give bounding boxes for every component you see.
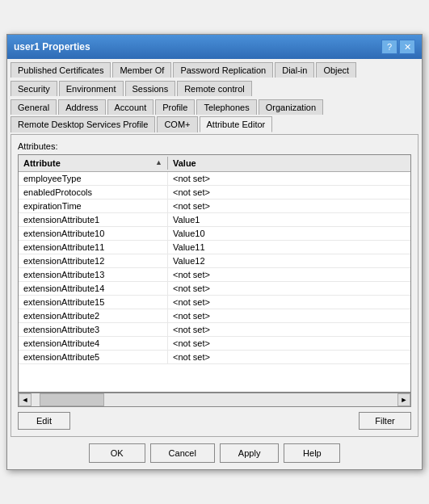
close-title-button[interactable]: ✕ [399,40,415,54]
attribute-name-cell: extensionAttribute11 [19,241,168,254]
attribute-value-cell: <not set> [168,172,410,185]
table-scroll-area[interactable]: employeeType<not set>enabledProtocols<no… [19,172,410,392]
attribute-value-cell: <not set> [168,282,410,295]
table-row[interactable]: expirationTime<not set> [19,200,410,213]
attribute-name-cell: extensionAttribute13 [19,268,168,281]
scroll-right-button[interactable]: ► [397,393,410,406]
attribute-value-cell: Value11 [168,241,410,254]
footer-buttons: OK Cancel Apply Help [7,437,422,469]
edit-button[interactable]: Edit [18,412,70,430]
table-row[interactable]: extensionAttribute13<not set> [19,268,410,282]
tabs-area: Published Certificates Member Of Passwor… [7,59,422,134]
tab-row-3: General Address Account Profile Telephon… [11,99,418,116]
scroll-thumb[interactable] [40,393,104,406]
scroll-track[interactable] [32,393,397,406]
cancel-button[interactable]: Cancel [150,443,215,463]
attribute-value-cell: <not set> [168,296,410,309]
tab-member-of[interactable]: Member Of [112,62,171,78]
tab-attribute-editor[interactable]: Attribute Editor [200,116,273,132]
tab-row-4: Remote Desktop Services Profile COM+ Att… [11,116,418,134]
attribute-name-cell: extensionAttribute10 [19,227,168,240]
attribute-name-cell: extensionAttribute3 [19,323,168,336]
filter-button[interactable]: Filter [359,412,411,430]
table-row[interactable]: extensionAttribute5<not set> [19,351,410,364]
tab-security[interactable]: Security [11,81,57,96]
help-title-button[interactable]: ? [381,40,397,54]
scroll-left-button[interactable]: ◄ [19,393,32,406]
table-row[interactable]: extensionAttribute1Value1 [19,213,410,227]
table-row[interactable]: employeeType<not set> [19,172,410,186]
attribute-value-cell: <not set> [168,351,410,363]
attribute-name-cell: extensionAttribute1 [19,213,168,226]
table-row[interactable]: extensionAttribute15<not set> [19,296,410,309]
tab-published-certificates[interactable]: Published Certificates [11,62,111,78]
bottom-buttons: Edit Filter [18,412,411,430]
sort-icon: ▲ [155,158,162,166]
tab-environment[interactable]: Environment [59,81,124,96]
attribute-name-cell: extensionAttribute4 [19,337,168,350]
attribute-value-cell: Value1 [168,213,410,226]
attribute-value-cell: <not set> [168,337,410,350]
tab-remote-desktop-services-profile[interactable]: Remote Desktop Services Profile [11,116,155,132]
tab-object[interactable]: Object [316,62,356,78]
tab-account[interactable]: Account [107,99,154,115]
title-bar-buttons: ? ✕ [381,40,415,54]
attribute-name-cell: extensionAttribute15 [19,296,168,309]
table-row[interactable]: extensionAttribute4<not set> [19,337,410,351]
attribute-value-cell: <not set> [168,309,410,322]
tab-profile[interactable]: Profile [155,99,195,115]
ok-button[interactable]: OK [89,443,145,463]
help-button[interactable]: Help [284,443,340,463]
attribute-value-cell: <not set> [168,200,410,212]
tab-row-1: Published Certificates Member Of Passwor… [11,62,418,79]
table-row[interactable]: extensionAttribute11Value11 [19,241,410,254]
table-header: Attribute ▲ Value [19,155,410,172]
attribute-name-cell: extensionAttribute2 [19,309,168,322]
table-row[interactable]: enabledProtocols<not set> [19,186,410,200]
attribute-name-cell: extensionAttribute12 [19,254,168,267]
content-area: Attributes: Attribute ▲ Value employeeTy… [11,134,418,437]
attribute-value-cell: Value10 [168,227,410,240]
attribute-name-cell: employeeType [19,172,168,185]
column-header-value[interactable]: Value [168,157,410,170]
attribute-name-cell: expirationTime [19,200,168,212]
attributes-label: Attributes: [18,141,411,151]
attribute-value-cell: <not set> [168,186,410,199]
table-row[interactable]: extensionAttribute10Value10 [19,227,410,241]
attribute-name-cell: extensionAttribute5 [19,351,168,363]
tab-general[interactable]: General [11,99,57,115]
attribute-value-cell: Value12 [168,254,410,267]
table-row[interactable]: extensionAttribute12Value12 [19,254,410,268]
tab-address[interactable]: Address [58,99,105,115]
title-bar: user1 Properties ? ✕ [7,35,422,59]
column-header-attribute[interactable]: Attribute ▲ [19,157,168,170]
attribute-name-cell: enabledProtocols [19,186,168,199]
table-row[interactable]: extensionAttribute2<not set> [19,309,410,323]
tab-com-plus[interactable]: COM+ [157,116,197,132]
tab-dial-in[interactable]: Dial-in [275,62,314,78]
table-row[interactable]: extensionAttribute3<not set> [19,323,410,337]
tab-row-2: Security Environment Sessions Remote con… [11,81,418,98]
tab-remote-control[interactable]: Remote control [177,81,252,96]
horizontal-scrollbar[interactable]: ◄ ► [18,393,411,407]
attribute-value-cell: <not set> [168,268,410,281]
tab-password-replication[interactable]: Password Replication [173,62,273,78]
table-row[interactable]: extensionAttribute14<not set> [19,282,410,296]
tab-telephones[interactable]: Telephones [196,99,256,115]
dialog-window: user1 Properties ? ✕ Published Certifica… [6,34,423,470]
attribute-value-cell: <not set> [168,323,410,336]
attributes-table: Attribute ▲ Value employeeType<not set>e… [18,154,411,393]
tab-sessions[interactable]: Sessions [125,81,176,96]
tab-organization[interactable]: Organization [259,99,323,115]
attribute-name-cell: extensionAttribute14 [19,282,168,295]
dialog-title: user1 Properties [14,41,90,52]
apply-button[interactable]: Apply [220,443,280,463]
